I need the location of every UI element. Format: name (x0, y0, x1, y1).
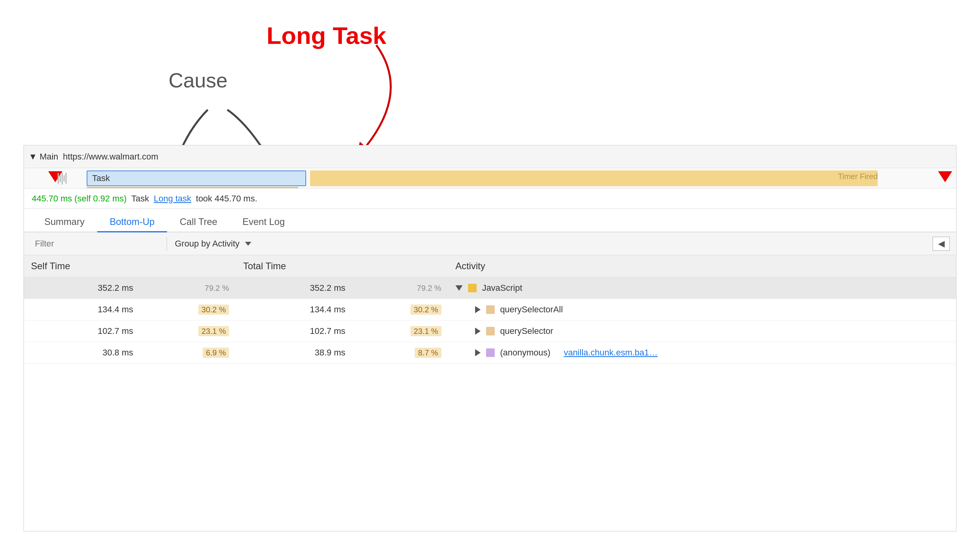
task-selected-bar[interactable]: Task (87, 170, 306, 186)
total-pct-value: 79.2 % (352, 277, 448, 299)
task-bar-row[interactable]: Task Run Microtasks Timer Fired (24, 168, 956, 188)
table-row[interactable]: 30.8 ms 6.9 % 38.9 ms 8.7 % (anonymous) (24, 342, 956, 364)
timing-duration: 445.70 ms (self 0.92 ms) (32, 194, 127, 204)
activity-color-box (486, 305, 495, 314)
self-time-value: 134.4 ms (24, 299, 140, 321)
tab-bottom-up[interactable]: Bottom-Up (97, 212, 167, 232)
filter-input[interactable] (30, 236, 163, 251)
yellow-bar-microtasks (87, 187, 298, 188)
col-header-self-time: Self Time (24, 255, 236, 277)
self-pct-value: 23.1 % (140, 321, 236, 342)
total-pct-value: 8.7 % (352, 342, 448, 364)
activity-cell: JavaScript (448, 277, 956, 299)
activity-color-box (468, 284, 477, 292)
activity-name: querySelectorAll (500, 304, 563, 315)
panel-toggle-button[interactable]: ◀ (933, 237, 950, 251)
cause-annotation: Cause (169, 69, 227, 92)
total-pct-value: 30.2 % (352, 299, 448, 321)
activity-color-box (486, 327, 495, 335)
self-time-value: 30.8 ms (24, 342, 140, 364)
total-time-value: 352.2 ms (236, 277, 352, 299)
activity-name: JavaScript (482, 283, 523, 293)
tab-event-log[interactable]: Event Log (230, 212, 297, 232)
self-pct-value: 6.9 % (140, 342, 236, 364)
total-time-value: 38.9 ms (236, 342, 352, 364)
table-row[interactable]: 352.2 ms 79.2 % 352.2 ms 79.2 % JavaScri… (24, 277, 956, 299)
table-row[interactable]: 134.4 ms 30.2 % 134.4 ms 30.2 % querySel… (24, 299, 956, 321)
activity-name: (anonymous) (500, 348, 550, 358)
expand-icon-down[interactable] (456, 285, 463, 291)
bottom-up-table: Self Time Total Time Activity 352.2 ms 7… (24, 255, 956, 531)
total-time-value: 134.4 ms (236, 299, 352, 321)
table-row[interactable]: 102.7 ms 23.1 % 102.7 ms 23.1 % querySel… (24, 321, 956, 342)
col-header-activity: Activity (448, 255, 956, 277)
group-by-selector[interactable]: Group by Activity (170, 239, 256, 249)
activity-cell: querySelectorAll (448, 299, 956, 321)
activity-source-link[interactable]: vanilla.chunk.esm.ba1… (564, 348, 658, 358)
timing-row: 445.70 ms (self 0.92 ms) Task Long task … (24, 188, 956, 209)
long-task-annotation: Long Task (267, 22, 386, 49)
expand-icon-right[interactable] (475, 328, 481, 335)
activity-name: querySelector (500, 326, 554, 336)
group-by-chevron (245, 242, 251, 246)
total-pct-value: 23.1 % (352, 321, 448, 342)
expand-icon-right[interactable] (475, 349, 481, 356)
tab-call-tree[interactable]: Call Tree (167, 212, 230, 232)
activity-cell: querySelector (448, 321, 956, 342)
total-time-value: 102.7 ms (236, 321, 352, 342)
filter-row: Group by Activity ◀ (24, 232, 956, 255)
tab-summary[interactable]: Summary (32, 212, 97, 232)
timing-task-label: Task (131, 194, 149, 204)
devtools-panel: ▼ Main https://www.walmart.com Task Run … (24, 145, 956, 531)
self-pct-value: 30.2 % (140, 299, 236, 321)
timeline-url: https://www.walmart.com (63, 152, 158, 162)
timing-suffix: took 445.70 ms. (196, 194, 258, 204)
activity-color-box (486, 348, 495, 357)
self-time-value: 352.2 ms (24, 277, 140, 299)
tabs-row: Summary Bottom-Up Call Tree Event Log (24, 209, 956, 232)
expand-icon-right[interactable] (475, 306, 481, 313)
self-pct-value: 79.2 % (140, 277, 236, 299)
activity-cell: (anonymous) vanilla.chunk.esm.ba1… (448, 342, 956, 364)
table-header-row: Self Time Total Time Activity (24, 255, 956, 277)
filter-separator (167, 237, 167, 251)
timing-long-task-link[interactable]: Long task (154, 194, 191, 204)
red-triangle-right (938, 171, 952, 182)
col-header-total-time: Total Time (236, 255, 448, 277)
timeline-main-label: ▼ Main (29, 152, 58, 162)
self-time-value: 102.7 ms (24, 321, 140, 342)
long-yellow-bar (310, 170, 878, 186)
timeline-row: ▼ Main https://www.walmart.com (24, 145, 956, 168)
